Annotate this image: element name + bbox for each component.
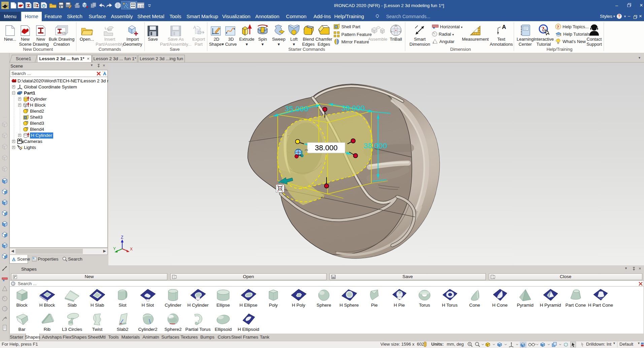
svg-text:?: ? bbox=[557, 25, 559, 29]
svg-text:38.000: 38.000 bbox=[364, 142, 387, 150]
svg-text:Y: Y bbox=[113, 246, 116, 251]
svg-text:A: A bbox=[502, 24, 506, 30]
svg-text:38.000: 38.000 bbox=[315, 144, 337, 152]
svg-text:38.000: 38.000 bbox=[341, 104, 365, 112]
svg-text:Z: Z bbox=[121, 235, 123, 240]
svg-text:X: X bbox=[130, 247, 133, 252]
svg-text:35.000: 35.000 bbox=[285, 105, 308, 113]
svg-text:?: ? bbox=[541, 26, 545, 33]
